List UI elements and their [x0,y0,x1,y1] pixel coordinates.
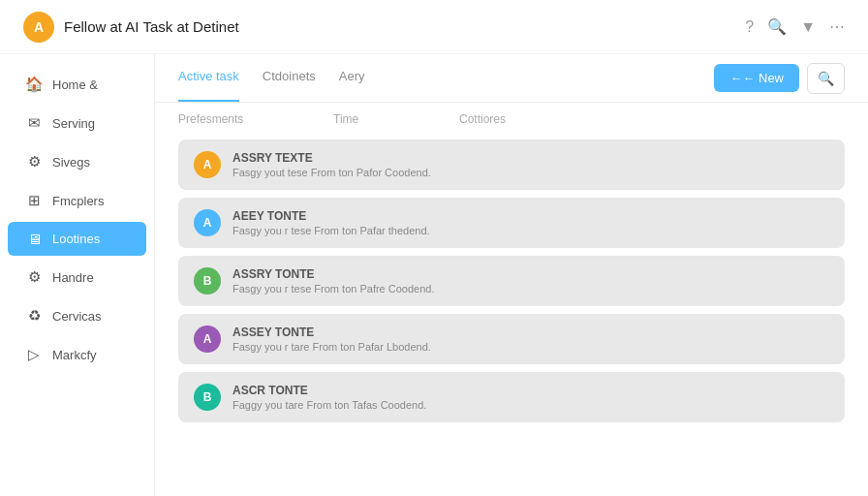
search-icon[interactable]: 🔍 [767,17,787,36]
sidebar-item-fmcplers[interactable]: ⊞ Fmcplers [8,183,146,218]
task-card[interactable]: B ASSRY TONTE Fasgy you r tese From ton … [178,256,845,306]
task-desc: Fasgy you r tese From ton Pafre Coodend. [232,283,435,294]
task-content: AEEY TONTE Fasgy you r tese From ton Paf… [232,209,430,236]
sidebar-item-handre[interactable]: ⚙ Handre [8,260,146,294]
task-desc: Fasgy you r tese From ton Pafar thedend. [232,225,430,236]
header-right: ? 🔍 ▼ ⋯ [745,17,845,36]
task-title: ASSRY TONTE [232,267,435,281]
task-content: ASSRY TONTE Fasgy you r tese From ton Pa… [232,267,435,294]
tab-aery[interactable]: Aery [339,54,365,102]
sidebar-label: Markcfy [52,348,97,362]
sidebar-icon: ⊞ [25,192,43,209]
task-avatar: A [194,151,221,178]
task-content: ASSEY TONTE Fasgy you r tare From ton Pa… [232,326,431,353]
col-header-preferences: Prefesments [178,112,333,126]
task-content: ASCR TONTE Faggy you tare From ton Tafas… [232,384,426,411]
task-avatar: B [194,267,221,294]
sidebar-label: Home & [52,78,98,92]
tab-ctdoinets[interactable]: Ctdoinets [263,54,316,102]
task-avatar: A [194,209,221,236]
task-card[interactable]: A ASSEY TONTE Fasgy you r tare From ton … [178,314,845,364]
sidebar-item-cervicas[interactable]: ♻ Cervicas [8,298,146,333]
sidebar: 🏠 Home & ✉ Serving ⚙ Sivegs ⊞ Fmcplers 🖥… [0,54,155,496]
header-title: Fellow at AI Task at Detinet [64,18,239,35]
task-title: ASSEY TONTE [232,326,431,339]
sidebar-label: Serving [52,116,95,131]
sidebar-icon: ✉ [25,114,43,132]
sidebar-item-markcfy[interactable]: ▷ Markcfy [8,337,146,372]
tabs-left: Active taskCtdoinetsAery [178,54,365,102]
filter-icon[interactable]: ▼ [800,18,816,36]
avatar: A [23,12,54,43]
content-area: Active taskCtdoinetsAery ←← New 🔍 Prefes… [155,54,868,496]
task-list: A ASSRY TEXTE Fasgy yout tese From ton P… [155,136,868,496]
task-content: ASSRY TEXTE Fasgy yout tese From ton Paf… [232,151,431,178]
tab-active-task[interactable]: Active task [178,54,239,102]
sidebar-icon: 🖥 [25,231,43,247]
sidebar-item-serving[interactable]: ✉ Serving [8,106,146,140]
sidebar-label: Fmcplers [52,194,104,208]
sidebar-icon: ▷ [25,346,43,363]
tabs-bar: Active taskCtdoinetsAery ←← New 🔍 [155,54,868,103]
sidebar-label: Cervicas [52,309,102,324]
task-avatar: B [194,384,221,411]
sidebar-label: Handre [52,270,94,285]
task-title: ASCR TONTE [232,384,426,397]
task-card[interactable]: A AEEY TONTE Fasgy you r tese From ton P… [178,198,845,248]
task-title: AEEY TONTE [232,209,430,223]
sidebar-item-sivegs[interactable]: ⚙ Sivegs [8,144,146,179]
task-card[interactable]: B ASCR TONTE Faggy you tare From ton Taf… [178,372,845,422]
sidebar-item-home-and[interactable]: 🏠 Home & [8,67,146,102]
new-button[interactable]: ←← New [714,64,799,92]
col-header-conditions: Cottiores [459,112,845,126]
sidebar-label: Sivegs [52,155,90,170]
task-avatar: A [194,326,221,353]
task-card[interactable]: A ASSRY TEXTE Fasgy yout tese From ton P… [178,140,845,190]
sidebar-icon: 🏠 [25,76,43,93]
help-icon[interactable]: ? [745,18,754,36]
header-left: A Fellow at AI Task at Detinet [23,12,239,43]
top-header: A Fellow at AI Task at Detinet ? 🔍 ▼ ⋯ [0,0,868,54]
task-title: ASSRY TEXTE [232,151,431,165]
sidebar-icon: ♻ [25,307,43,325]
sidebar-item-lootines[interactable]: 🖥 Lootines [8,222,146,256]
main-layout: 🏠 Home & ✉ Serving ⚙ Sivegs ⊞ Fmcplers 🖥… [0,54,868,496]
sidebar-icon: ⚙ [25,153,43,170]
table-header: Prefesments Time Cottiores [155,103,868,136]
tabs-right: ←← New 🔍 [714,63,845,94]
sidebar-icon: ⚙ [25,268,43,286]
sidebar-label: Lootines [52,232,100,246]
col-header-time: Time [333,112,459,126]
task-desc: Faggy you tare From ton Tafas Coodend. [232,399,426,411]
task-desc: Fasgy you r tare From ton Pafar Lbodend. [232,341,431,353]
task-desc: Fasgy yout tese From ton Pafor Coodend. [232,167,431,178]
search-button[interactable]: 🔍 [807,63,845,94]
more-icon[interactable]: ⋯ [829,17,845,36]
